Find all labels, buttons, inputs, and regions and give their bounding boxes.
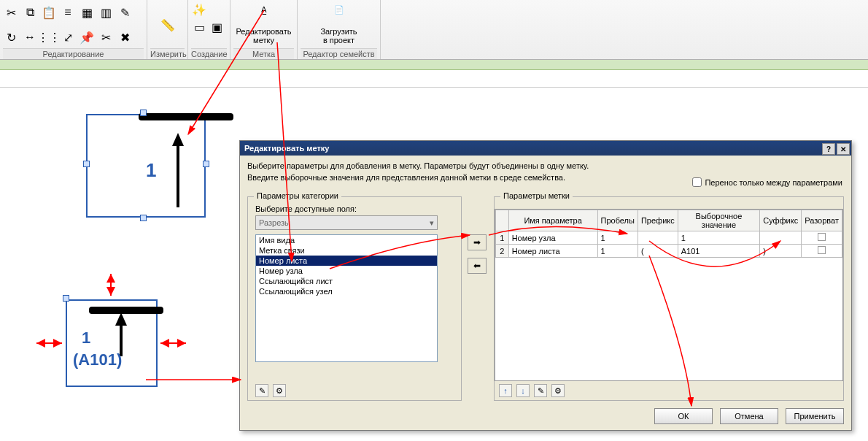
create-icon-2[interactable]: ▭	[191, 19, 207, 35]
close-button[interactable]: ✕	[837, 143, 850, 155]
edit-label-icon: A̲	[254, 5, 274, 26]
col-name: Имя параметра	[508, 210, 597, 231]
move-down-icon[interactable]: ↓	[516, 384, 530, 397]
available-fields-list[interactable]: Имя вида Метка связи Номер листа Номер у…	[255, 234, 438, 362]
delete-icon[interactable]: ✖	[117, 29, 133, 45]
align-icon[interactable]: ≡	[60, 4, 76, 20]
measure-icon[interactable]: 📏	[160, 17, 176, 33]
category-params-title: Параметры категории	[254, 191, 341, 200]
paste-icon[interactable]: 📋	[41, 4, 57, 20]
label-params-table[interactable]: Имя параметра Пробелы Префикс Выборочное…	[495, 210, 842, 258]
new-param-icon-2[interactable]: ✎	[534, 384, 547, 397]
edit-param-icon[interactable]: ⚙	[273, 384, 286, 397]
chevron-down-icon: ▾	[430, 218, 434, 228]
pin-icon[interactable]: 📌	[79, 29, 95, 45]
array-icon[interactable]: ⋮⋮	[41, 29, 57, 45]
ribbon: ✂ ⧉ 📋 ≡ ▦ ▥ ✎ ↻ ↔ ⋮⋮ ⤢ 📌 ✂ ✖ Редактирова…	[0, 0, 868, 60]
load-project-button[interactable]: 📄 Загрузить в проект	[310, 3, 368, 47]
edit-param-icon-2[interactable]: ⚙	[551, 384, 565, 397]
available-fields-label: Выберите доступные поля:	[255, 204, 454, 213]
help-button[interactable]: ?	[822, 143, 835, 155]
view-tabs-strip	[0, 70, 868, 88]
wrap-checkbox[interactable]	[692, 177, 702, 187]
scale-icon[interactable]: ⤢	[60, 29, 76, 45]
list-item[interactable]: Ссылающийся узел	[256, 286, 437, 296]
panel-measure-label: Измерить	[150, 48, 185, 59]
col-break: Разорват	[802, 210, 842, 231]
panel-create-label: Создание	[191, 48, 227, 59]
category-combo[interactable]: Разрезы ▾	[255, 215, 438, 230]
list-item[interactable]: Номер узла	[256, 266, 437, 276]
list-item[interactable]: Метка связи	[256, 245, 437, 256]
list-item[interactable]: Ссылающийся лист	[256, 276, 437, 286]
create-icon-3[interactable]: ▣	[209, 19, 225, 35]
wrap-checkbox-label: Перенос только между параметрами	[705, 178, 842, 187]
edit-label-text: Редактировать метку	[236, 27, 292, 45]
list-item[interactable]: Имя вида	[256, 235, 437, 245]
ok-button[interactable]: ОК	[654, 408, 713, 424]
diagram-2-sheet: (A101)	[73, 350, 122, 369]
edit-label-dialog: Редактировать метку ? ✕ Выберите парамет…	[239, 140, 852, 431]
create-icon-1[interactable]: ✨	[191, 1, 207, 18]
green-strip	[0, 60, 868, 70]
cancel-button[interactable]: Отмена	[720, 408, 778, 424]
label-params-title: Параметры метки	[500, 191, 573, 200]
category-params-group: Параметры категории Выберите доступные п…	[247, 196, 462, 401]
table-row[interactable]: 1 Номер узла 1 1	[496, 231, 842, 245]
add-param-button[interactable]: ➡	[468, 234, 487, 250]
trim-icon[interactable]: ✎	[117, 4, 133, 20]
col-spaces: Пробелы	[597, 210, 638, 231]
offset-icon[interactable]: ↔	[22, 29, 38, 45]
load-project-text: Загрузить в проект	[320, 27, 357, 45]
diagram-1-number: 1	[146, 159, 156, 182]
diagram-1[interactable]: 1	[86, 114, 206, 218]
pattern-icon[interactable]: ▦	[79, 4, 95, 20]
copy-icon[interactable]: ⧉	[22, 4, 38, 20]
mirror-icon[interactable]: ▥	[98, 4, 114, 20]
wrap-checkbox-row[interactable]: Перенос только между параметрами	[692, 177, 842, 187]
label-params-group: Параметры метки Имя параметра Пробелы Пр…	[494, 196, 844, 401]
apply-button[interactable]: Применить	[786, 408, 844, 424]
dialog-title: Редактировать метку	[244, 144, 329, 153]
move-up-icon[interactable]: ↑	[499, 384, 512, 397]
list-item-selected[interactable]: Номер листа	[256, 256, 437, 266]
panel-edit-label: Редактирование	[3, 48, 144, 59]
diagram-2-number: 1	[82, 329, 90, 348]
split-icon[interactable]: ✂	[98, 29, 114, 45]
col-prefix: Префикс	[638, 210, 678, 231]
panel-family-label: Редактор семейств	[301, 48, 377, 59]
col-suffix: Суффикс	[760, 210, 802, 231]
dialog-desc-1: Выберите параметры для добавления в метк…	[247, 161, 844, 170]
dialog-titlebar[interactable]: Редактировать метку ? ✕	[240, 141, 851, 156]
diagram-2[interactable]: 1 (A101)	[66, 299, 158, 387]
remove-param-button[interactable]: ⬅	[468, 258, 487, 274]
cut-icon[interactable]: ✂	[3, 4, 19, 20]
load-project-icon: 📄	[329, 5, 349, 26]
panel-label-label: Метка	[233, 48, 294, 59]
col-sample: Выборочное значение	[678, 210, 759, 231]
edit-label-button[interactable]: A̲ Редактировать метку	[235, 3, 293, 47]
table-row[interactable]: 2 Номер листа 1 ( A101 )	[496, 245, 842, 258]
rotate-icon[interactable]: ↻	[3, 29, 19, 45]
category-combo-value: Разрезы	[259, 218, 290, 227]
new-param-icon[interactable]: ✎	[255, 384, 268, 397]
